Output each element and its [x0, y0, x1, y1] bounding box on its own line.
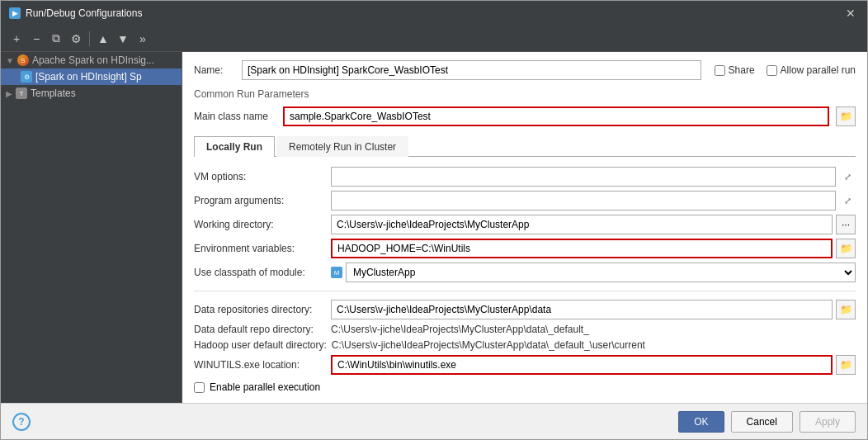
bottom-bar: ? OK Cancel Apply	[1, 403, 867, 439]
title-bar: ▶ Run/Debug Configurations ✕	[1, 1, 867, 26]
dialog-icon: ▶	[9, 7, 21, 19]
ok-button[interactable]: OK	[678, 411, 724, 433]
winutils-input[interactable]	[331, 355, 833, 375]
tree-item-templates-label: Templates	[31, 88, 76, 99]
tree-item-spark-parent[interactable]: ▼ S Apache Spark on HDInsig...	[1, 52, 182, 69]
env-vars-label: Environment variables:	[194, 243, 326, 254]
enable-parallel-row: Enable parallel execution	[194, 381, 856, 393]
winutils-label: WINUTILS.exe location:	[194, 359, 326, 371]
main-content: ▼ S Apache Spark on HDInsig... ⚙ [Spark …	[1, 52, 867, 403]
help-button[interactable]: ?	[12, 413, 31, 431]
main-class-row: Main class name 📁	[194, 106, 856, 126]
enable-parallel-checkbox[interactable]	[194, 382, 205, 393]
config-icon: ⚙	[21, 71, 32, 83]
dialog-title: Run/Debug Configurations	[26, 7, 142, 19]
name-label: Name:	[194, 64, 235, 76]
template-icon: T	[16, 88, 27, 99]
tab-locally-run[interactable]: Locally Run	[194, 136, 275, 157]
allow-parallel-checkbox[interactable]	[767, 65, 777, 76]
bottom-right: OK Cancel Apply	[678, 411, 856, 433]
allow-parallel-checkbox-label[interactable]: Allow parallel run	[767, 64, 856, 76]
main-class-label: Main class name	[194, 111, 276, 122]
title-bar-left: ▶ Run/Debug Configurations	[9, 7, 142, 19]
program-args-label: Program arguments:	[194, 195, 326, 206]
checkbox-group: Share Allow parallel run	[715, 64, 856, 76]
program-args-expand-button[interactable]: ⤢	[839, 192, 856, 209]
classpath-label: Use classpath of module:	[194, 267, 326, 278]
env-vars-folder-button[interactable]: 📁	[836, 239, 856, 258]
data-default-repo-value: C:\Users\v-jiche\IdeaProjects\MyClusterA…	[331, 324, 589, 335]
working-dir-input[interactable]	[331, 215, 833, 234]
expand-arrow: ▼	[6, 56, 14, 65]
main-class-folder-button[interactable]: 📁	[836, 106, 856, 126]
classpath-row: Use classpath of module: M MyClusterApp	[194, 263, 856, 282]
settings-button[interactable]: ⚙	[67, 30, 85, 48]
hadoop-user-dir-value: C:\Users\v-jiche\IdeaProjects\MyClusterA…	[332, 339, 645, 351]
winutils-folder-button[interactable]: 📁	[836, 355, 856, 375]
module-icon: M	[331, 267, 342, 278]
winutils-row: WINUTILS.exe location: 📁	[194, 355, 856, 375]
data-repo-dir-row: Data repositories directory: 📁	[194, 300, 856, 319]
add-button[interactable]: +	[7, 30, 26, 48]
separator	[89, 31, 90, 46]
classpath-select[interactable]: MyClusterApp	[346, 263, 856, 282]
tree-item-config[interactable]: ⚙ [Spark on HDInsight] Sp	[1, 69, 182, 85]
vm-options-label: VM options:	[194, 171, 326, 182]
hadoop-user-dir-row: Hadoop user default directory: C:\Users\…	[194, 339, 856, 351]
close-button[interactable]: ✕	[842, 5, 859, 21]
expand-arrow-templates: ▶	[6, 89, 12, 98]
vm-options-row: VM options: ⤢	[194, 167, 856, 187]
program-args-input[interactable]	[331, 191, 836, 211]
share-checkbox-label[interactable]: Share	[715, 64, 755, 76]
data-repo-folder-button[interactable]: 📁	[836, 300, 856, 319]
remove-button[interactable]: −	[27, 30, 45, 48]
right-panel: Name: Share Allow parallel run Common Ru…	[182, 52, 867, 403]
bottom-left: ?	[12, 413, 31, 431]
tabs: Locally Run Remotely Run in Cluster	[194, 136, 856, 157]
enable-parallel-label: Enable parallel execution	[210, 381, 320, 393]
working-dir-more-button[interactable]: ···	[836, 215, 856, 234]
allow-parallel-label: Allow parallel run	[781, 64, 856, 76]
tree-item-config-label: [Spark on HDInsight] Sp	[35, 71, 142, 83]
env-vars-input[interactable]	[331, 239, 833, 258]
spark-icon: S	[17, 54, 29, 66]
tab-remotely-run[interactable]: Remotely Run in Cluster	[276, 136, 408, 157]
name-row: Name: Share Allow parallel run	[194, 60, 856, 80]
tree-item-spark-label: Apache Spark on HDInsig...	[32, 54, 154, 66]
name-input[interactable]	[242, 60, 701, 80]
data-repo-dir-label: Data repositories directory:	[194, 304, 326, 315]
section-label: Common Run Parameters	[194, 88, 856, 100]
working-dir-row: Working directory: ···	[194, 215, 856, 234]
up-button[interactable]: ▲	[94, 30, 112, 48]
left-panel: ▼ S Apache Spark on HDInsig... ⚙ [Spark …	[1, 52, 182, 403]
data-repo-dir-input[interactable]	[331, 300, 833, 319]
hadoop-user-dir-label: Hadoop user default directory:	[194, 339, 327, 351]
main-class-input[interactable]	[283, 106, 829, 126]
working-dir-label: Working directory:	[194, 219, 326, 230]
copy-button[interactable]: ⧉	[47, 30, 65, 48]
separator-line	[194, 291, 856, 291]
data-default-repo-label: Data default repo directory:	[194, 324, 326, 335]
run-debug-dialog: ▶ Run/Debug Configurations ✕ + − ⧉ ⚙ ▲ ▼…	[0, 0, 868, 440]
share-checkbox[interactable]	[715, 65, 725, 76]
tree-item-templates[interactable]: ▶ T Templates	[1, 85, 182, 102]
vm-options-expand-button[interactable]: ⤢	[839, 168, 856, 185]
down-button[interactable]: ▼	[114, 30, 132, 48]
env-vars-row: Environment variables: 📁	[194, 239, 856, 258]
cancel-button[interactable]: Cancel	[731, 411, 793, 433]
data-default-repo-row: Data default repo directory: C:\Users\v-…	[194, 324, 856, 335]
vm-options-input[interactable]	[331, 167, 836, 187]
program-args-row: Program arguments: ⤢	[194, 191, 856, 211]
apply-button[interactable]: Apply	[800, 411, 856, 433]
share-label: Share	[729, 64, 755, 76]
toolbar: + − ⧉ ⚙ ▲ ▼ »	[1, 26, 867, 52]
more-button[interactable]: »	[134, 30, 152, 48]
